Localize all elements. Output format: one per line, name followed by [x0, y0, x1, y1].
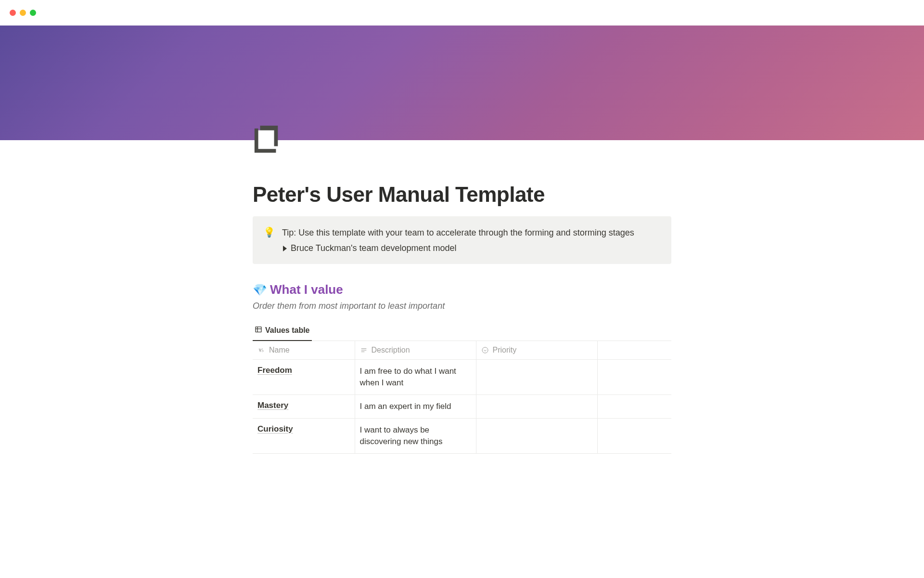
tip-callout[interactable]: 💡 Tip: Use this template with your team … — [253, 216, 671, 264]
column-header-name[interactable]: Name — [253, 341, 355, 360]
select-property-icon — [481, 346, 489, 354]
table-row: Mastery I am an expert in my field — [253, 395, 671, 419]
view-tab-label: Values table — [265, 326, 310, 335]
section-subtitle[interactable]: Order them from most important to least … — [253, 301, 671, 311]
chevron-right-icon — [283, 246, 287, 251]
column-header-description[interactable]: Description — [355, 341, 476, 360]
gem-icon: 💎 — [253, 283, 267, 297]
row-title[interactable]: Curiosity — [257, 424, 293, 434]
svg-point-8 — [482, 347, 488, 353]
row-description[interactable]: I want to always be discovering new thin… — [360, 424, 471, 447]
column-add[interactable] — [597, 341, 671, 360]
callout-toggle[interactable]: Bruce Tuckman's team development model — [283, 243, 661, 253]
values-table: Name Description — [253, 341, 671, 454]
svg-rect-1 — [257, 131, 274, 151]
window-close-button[interactable] — [10, 10, 16, 16]
title-property-icon — [257, 346, 265, 354]
window-zoom-button[interactable] — [30, 10, 36, 16]
row-description[interactable]: I am free to do what I want when I want — [360, 366, 471, 389]
section-heading-values[interactable]: 💎 What I value — [253, 282, 671, 297]
table-icon — [255, 326, 262, 335]
page-title[interactable]: Peter's User Manual Template — [253, 140, 671, 216]
table-row: Curiosity I want to always be discoverin… — [253, 419, 671, 454]
section-heading-text: What I value — [270, 282, 343, 297]
column-header-priority[interactable]: Priority — [476, 341, 597, 360]
toggle-label: Bruce Tuckman's team development model — [291, 243, 457, 253]
view-tab-values-table[interactable]: Values table — [253, 322, 312, 341]
text-property-icon — [360, 346, 368, 354]
table-row: Freedom I am free to do what I want when… — [253, 360, 671, 395]
page-icon[interactable] — [253, 124, 282, 154]
page-cover[interactable] — [0, 26, 924, 140]
callout-text[interactable]: Tip: Use this template with your team to… — [282, 226, 661, 239]
row-title[interactable]: Mastery — [257, 401, 288, 410]
lightbulb-icon: 💡 — [263, 226, 275, 253]
row-description[interactable]: I am an expert in my field — [360, 401, 451, 412]
row-title[interactable]: Freedom — [257, 366, 292, 375]
window-titlebar — [0, 0, 924, 26]
database-view-tabs: Values table — [253, 322, 671, 341]
svg-rect-2 — [256, 327, 261, 332]
window-minimize-button[interactable] — [20, 10, 26, 16]
